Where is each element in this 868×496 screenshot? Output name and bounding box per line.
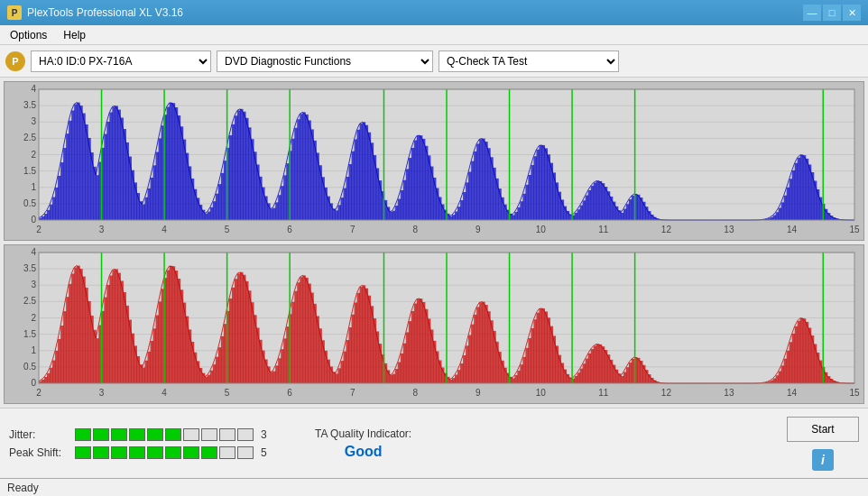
progress-segment: [165, 428, 181, 441]
progress-segment: [219, 446, 235, 459]
progress-segment: [201, 446, 217, 459]
drive-select[interactable]: HA:0 ID:0 PX-716A: [31, 51, 211, 72]
progress-segment: [75, 428, 91, 441]
test-select[interactable]: Q-Check TA Test: [439, 51, 619, 72]
jitter-progress: [75, 428, 254, 441]
progress-segment: [75, 446, 91, 459]
start-button[interactable]: Start: [787, 417, 859, 442]
toolbar: P HA:0 ID:0 PX-716A DVD Diagnostic Funct…: [0, 45, 868, 78]
function-select[interactable]: DVD Diagnostic Functions: [217, 51, 433, 72]
ta-quality-section: TA Quality Indicator: Good: [315, 427, 411, 460]
app-icon: P: [7, 5, 22, 20]
progress-segment: [129, 428, 145, 441]
status-bar: Ready: [0, 478, 868, 496]
start-section: Start i: [787, 417, 859, 471]
window-controls: — □ ✕: [803, 5, 861, 21]
jitter-label: Jitter:: [9, 428, 68, 441]
ta-quality-value: Good: [345, 444, 383, 460]
chart-top: [4, 81, 864, 241]
progress-segment: [147, 446, 163, 459]
bottom-panel: Jitter: 3 Peak Shift: 5 TA Quality Indic…: [0, 408, 868, 478]
progress-segment: [93, 446, 109, 459]
title-bar: P PlexTools Professional XL V3.16 — □ ✕: [0, 0, 868, 25]
chart-bottom-canvas: [5, 245, 863, 403]
progress-segment: [129, 446, 145, 459]
drive-icon: P: [5, 51, 25, 71]
peak-shift-value: 5: [261, 446, 279, 459]
progress-segment: [111, 446, 127, 459]
main-content: Jitter: 3 Peak Shift: 5 TA Quality Indic…: [0, 78, 868, 478]
progress-segment: [237, 428, 254, 441]
minimize-button[interactable]: —: [803, 5, 821, 21]
charts-area: [0, 78, 868, 408]
progress-segment: [237, 446, 254, 459]
progress-segment: [111, 428, 127, 441]
chart-bottom: [4, 244, 864, 404]
progress-segment: [165, 446, 181, 459]
peak-shift-progress: [75, 446, 254, 459]
progress-segment: [183, 428, 199, 441]
peak-shift-label: Peak Shift:: [9, 446, 68, 459]
ta-quality-label: TA Quality Indicator:: [315, 427, 411, 440]
close-button[interactable]: ✕: [843, 5, 861, 21]
chart-top-canvas: [5, 82, 863, 240]
info-button[interactable]: i: [812, 449, 834, 471]
progress-segment: [183, 446, 199, 459]
peak-shift-row: Peak Shift: 5: [9, 446, 279, 459]
progress-segment: [147, 428, 163, 441]
progress-segment: [93, 428, 109, 441]
window-title: PlexTools Professional XL V3.16: [27, 6, 183, 19]
progress-segment: [201, 428, 217, 441]
menu-bar: Options Help: [0, 25, 868, 45]
jitter-row: Jitter: 3: [9, 428, 279, 441]
progress-segment: [219, 428, 235, 441]
maximize-button[interactable]: □: [823, 5, 841, 21]
menu-help[interactable]: Help: [57, 26, 92, 44]
metrics-section: Jitter: 3 Peak Shift: 5: [9, 428, 279, 459]
menu-options[interactable]: Options: [4, 26, 53, 44]
status-text: Ready: [7, 482, 39, 494]
jitter-value: 3: [261, 428, 279, 441]
